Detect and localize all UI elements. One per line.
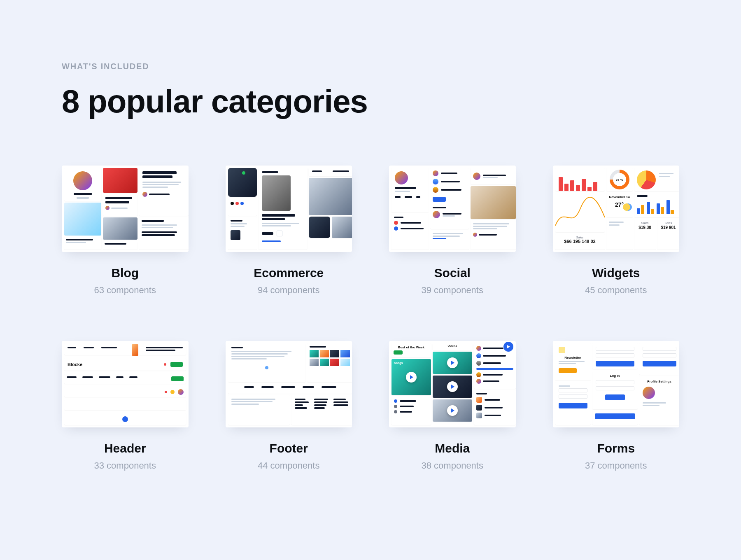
category-grid: Blog 63 components: [62, 166, 679, 471]
section-title: 8 popular categories: [62, 83, 679, 120]
category-title: Forms: [553, 441, 680, 455]
category-count: 94 components: [226, 285, 352, 296]
category-thumb-social: [389, 166, 516, 252]
category-count: 45 components: [553, 285, 680, 296]
category-thumb-header: Blöcke: [62, 341, 189, 427]
category-title: Ecommerce: [226, 266, 352, 280]
category-count: 38 components: [389, 460, 516, 471]
category-thumb-footer: [226, 341, 352, 427]
category-title: Footer: [226, 441, 352, 455]
section-eyebrow: WHAT'S INCLUDED: [62, 62, 679, 71]
category-thumb-media: Best of the Week Songs: [389, 341, 516, 427]
category-thumb-ecommerce: [226, 166, 352, 252]
category-count: 33 components: [62, 460, 189, 471]
category-count: 44 components: [226, 460, 352, 471]
category-card-media[interactable]: Best of the Week Songs: [389, 341, 516, 471]
category-card-widgets[interactable]: November 14 27°: [553, 166, 680, 296]
category-thumb-blog: [62, 166, 189, 252]
category-card-footer[interactable]: Footer 44 components: [226, 341, 352, 471]
category-title: Blog: [62, 266, 189, 280]
category-card-header[interactable]: Blöcke: [62, 341, 189, 471]
category-card-blog[interactable]: Blog 63 components: [62, 166, 189, 296]
category-count: 63 components: [62, 285, 189, 296]
category-thumb-forms: Newsletter Log In: [553, 341, 680, 427]
category-title: Media: [389, 441, 516, 455]
category-title: Social: [389, 266, 516, 280]
category-thumb-widgets: November 14 27°: [553, 166, 680, 252]
category-title: Widgets: [553, 266, 680, 280]
category-card-social[interactable]: Social 39 components: [389, 166, 516, 296]
category-count: 37 components: [553, 460, 680, 471]
category-count: 39 components: [389, 285, 516, 296]
category-title: Header: [62, 441, 189, 455]
category-card-forms[interactable]: Newsletter Log In: [553, 341, 680, 471]
category-card-ecommerce[interactable]: Ecommerce 94 components: [226, 166, 352, 296]
